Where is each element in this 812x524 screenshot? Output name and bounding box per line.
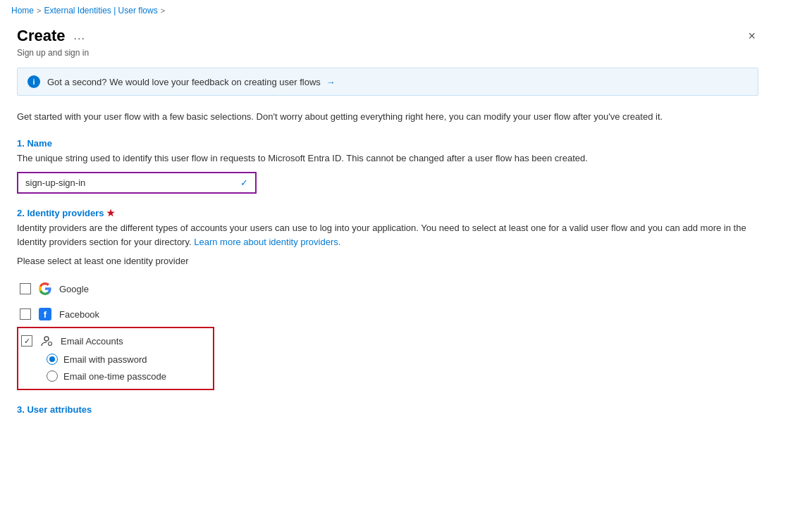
required-star: ★: [106, 208, 115, 218]
breadcrumb: Home > External Identities | User flows …: [0, 0, 812, 21]
feedback-arrow[interactable]: →: [326, 77, 335, 87]
email-accounts-checkbox[interactable]: ✓: [21, 335, 32, 347]
dropdown-check-icon: ✓: [240, 177, 248, 188]
breadcrumb-home[interactable]: Home: [11, 6, 34, 15]
section1-label: 1. Name: [17, 138, 758, 149]
section1-description: The unique string used to identify this …: [17, 151, 758, 166]
page-header: Create ... ×: [17, 27, 758, 45]
facebook-icon: f: [38, 307, 52, 321]
feedback-text: Got a second? We would love your feedbac…: [47, 77, 335, 87]
breadcrumb-sep1: >: [37, 6, 41, 15]
google-icon: [38, 282, 52, 296]
feedback-banner: i Got a second? We would love your feedb…: [17, 68, 758, 96]
email-accounts-section: ✓ Email Accounts: [17, 327, 214, 390]
section-name: 1. Name The unique string used to identi…: [17, 138, 758, 194]
info-icon: i: [27, 75, 40, 88]
google-label: Google: [59, 284, 89, 294]
please-select-text: Please select at least one identity prov…: [17, 256, 758, 266]
email-accounts-icon: [39, 334, 54, 348]
radio-email-otp-button[interactable]: [47, 370, 58, 382]
email-password-label: Email with password: [63, 354, 147, 365]
learn-more-link[interactable]: Learn more about identity providers.: [194, 237, 340, 247]
facebook-label: Facebook: [59, 309, 99, 320]
name-dropdown[interactable]: sign-up-sign-in ✓: [17, 172, 257, 194]
email-otp-label: Email one-time passcode: [63, 371, 166, 382]
section2-label: 2. Identity providers ★: [17, 208, 758, 218]
section2-description: Identity providers are the different typ…: [17, 221, 758, 249]
provider-list: Google f Facebook ✓: [17, 276, 758, 390]
page-title-area: Create ...: [17, 27, 88, 45]
page-subtitle: Sign up and sign in: [17, 48, 758, 58]
intro-text: Get started with your user flow with a f…: [17, 110, 758, 124]
breadcrumb-external-identities[interactable]: External Identities | User flows: [44, 6, 157, 15]
google-checkbox[interactable]: [20, 283, 31, 294]
provider-email-accounts: ✓ Email Accounts: [17, 327, 758, 390]
page-title: Create: [17, 27, 65, 45]
close-button[interactable]: ×: [745, 27, 758, 45]
provider-facebook: f Facebook: [17, 301, 758, 327]
section-identity-providers: 2. Identity providers ★ Identity provide…: [17, 208, 758, 390]
radio-email-password-button[interactable]: [47, 354, 58, 365]
radio-email-password[interactable]: Email with password: [47, 354, 204, 365]
breadcrumb-sep2: >: [161, 6, 165, 15]
svg-point-1: [49, 342, 52, 346]
section3-label: 3. User attributes: [17, 404, 758, 415]
email-accounts-label: Email Accounts: [61, 336, 123, 347]
main-content: Create ... × Sign up and sign in i Got a…: [0, 21, 775, 443]
email-options: Email with password Email one-time passc…: [21, 354, 204, 382]
ellipsis-button[interactable]: ...: [70, 28, 87, 44]
facebook-checkbox[interactable]: [20, 308, 31, 320]
provider-google: Google: [17, 276, 758, 301]
section-user-attributes: 3. User attributes: [17, 404, 758, 415]
dropdown-value: sign-up-sign-in: [25, 177, 85, 188]
svg-point-0: [44, 337, 49, 341]
dropdown-container: sign-up-sign-in ✓: [17, 172, 758, 194]
radio-email-otp[interactable]: Email one-time passcode: [47, 370, 204, 382]
email-accounts-header: ✓ Email Accounts: [21, 334, 204, 348]
